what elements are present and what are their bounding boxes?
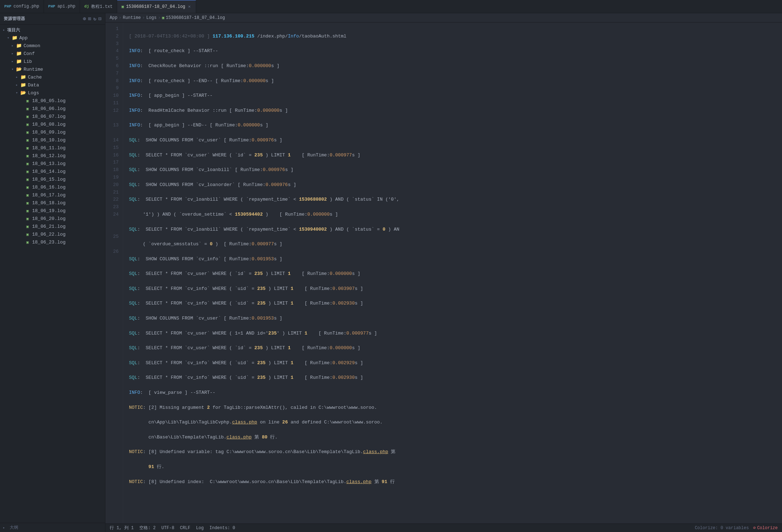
colorize-button[interactable]: Colorize: [753, 525, 778, 531]
code-line-12: SQL: SELECT * FROM `cv_loanbill` WHERE (…: [129, 196, 782, 204]
code-line-5: INFO: [ app_begin ] --START--: [129, 92, 782, 100]
tab-config[interactable]: PHP config.php: [0, 0, 44, 13]
sidebar-header: 资源管理器 ⊕ ⊞ ↻ ⊟: [0, 13, 105, 25]
new-file-icon[interactable]: ⊕: [83, 16, 86, 22]
sidebar-item-conf[interactable]: 📁 Conf: [0, 50, 105, 57]
code-line-13b: ( `overdue_smsstatus` = 0 ) [ RunTime:0.…: [129, 241, 782, 248]
breadcrumb: App › Runtime › Logs › ▣ 1530686187-18_0…: [105, 13, 782, 22]
logs-label: Logs: [28, 90, 102, 96]
log-file-icon-2: ▣: [24, 106, 31, 111]
outline-arrow: [3, 526, 7, 530]
tab-log-label: 1530686187-18_07_04.log: [126, 4, 185, 9]
sidebar-item-log-18_06_12[interactable]: ▣ 18_06_12.log: [0, 152, 105, 160]
sidebar-item-log-18_06_07[interactable]: ▣ 18_06_07.log: [0, 112, 105, 120]
sidebar-item-log-18_06_22[interactable]: ▣ 18_06_22.log: [0, 230, 105, 238]
code-line-8: SQL: SHOW COLUMNS FROM `cv_user` [ RunTi…: [129, 137, 782, 144]
conf-arrow: [11, 51, 16, 56]
collapse-all-icon[interactable]: ⊟: [99, 16, 101, 22]
php-icon: PHP: [4, 4, 11, 9]
data-folder-icon: 📁: [20, 82, 26, 88]
sidebar: 资源管理器 ⊕ ⊞ ↻ ⊟ 项目六 📁 App: [0, 13, 105, 532]
sidebar-item-log-18_06_19[interactable]: ▣ 18_06_19.log: [0, 207, 105, 215]
code-line-3: INFO: CheckRoute Behavior ::run [ RunTim…: [129, 62, 782, 70]
refresh-icon[interactable]: ↻: [93, 16, 96, 22]
lib-label: Lib: [24, 59, 102, 64]
sidebar-item-log-18_06_10[interactable]: ▣ 18_06_10.log: [0, 136, 105, 144]
tab-close-button[interactable]: ✕: [188, 4, 191, 9]
main-area: 资源管理器 ⊕ ⊞ ↻ ⊟ 项目六 📁 App: [0, 13, 782, 532]
status-indents: Indents: 0: [209, 526, 235, 531]
new-folder-icon[interactable]: ⊞: [88, 16, 91, 22]
sidebar-item-log-18_06_15[interactable]: ▣ 18_06_15.log: [0, 175, 105, 183]
code-line-9: SQL: SELECT * FROM `cv_user` WHERE ( `id…: [129, 152, 782, 159]
sidebar-item-log-18_06_16[interactable]: ▣ 18_06_16.log: [0, 183, 105, 191]
code-line-1: [ 2018-07-04T13:06:42+08:00 ] 117.136.10…: [129, 33, 782, 40]
app-label: App: [19, 35, 102, 41]
cache-arrow: [16, 75, 20, 79]
php-icon-2: PHP: [48, 4, 55, 9]
breadcrumb-runtime: Runtime: [123, 15, 141, 20]
status-right: Colorize: 0 variables Colorize: [695, 525, 778, 531]
sidebar-item-common[interactable]: 📁 Common: [0, 42, 105, 50]
code-line-24c: cn\Base\Lib\Template\TagLib.class.php 第 …: [129, 434, 782, 441]
sidebar-item-log-18_06_09[interactable]: ▣ 18_06_09.log: [0, 128, 105, 136]
sidebar-item-log-18_06_05[interactable]: ▣ 18_06_05.log: [0, 97, 105, 105]
code-line-12b: '1') ) AND ( `overdue_settime` < 1530594…: [129, 211, 782, 219]
tab-config-label: config.php: [14, 4, 39, 9]
tab-log[interactable]: ▣ 1530686187-18_07_04.log ✕: [117, 0, 196, 13]
conf-label: Conf: [24, 51, 102, 56]
sidebar-item-runtime[interactable]: 📂 Runtime: [0, 65, 105, 73]
code-line-16: SQL: SELECT * FROM `cv_info` WHERE ( `ui…: [129, 285, 782, 293]
sidebar-project-root[interactable]: 项目六: [0, 26, 105, 34]
tab-bar: PHP config.php PHP api.php dj 教程1.txt ▣ …: [0, 0, 782, 13]
code-line-13: SQL: SELECT * FROM `cv_loanbill` WHERE (…: [129, 226, 782, 234]
sidebar-header-icons: ⊕ ⊞ ↻ ⊟: [83, 16, 101, 22]
sidebar-item-log-18_06_08[interactable]: ▣ 18_06_08.log: [0, 120, 105, 128]
status-line-endings: CRLF: [180, 526, 190, 531]
sidebar-item-log-18_06_21[interactable]: ▣ 18_06_21.log: [0, 222, 105, 230]
sidebar-item-log-18_06_17[interactable]: ▣ 18_06_17.log: [0, 191, 105, 199]
code-line-26: NOTIC: [8] Undefined index: C:\wwwroot\w…: [129, 478, 782, 486]
code-line-25b: 91 行.: [129, 463, 782, 471]
cache-folder-icon: 📁: [20, 74, 26, 80]
sidebar-item-lib[interactable]: 📁 Lib: [0, 57, 105, 65]
log-file-icon: ▣: [24, 99, 31, 103]
tab-jiaocheng[interactable]: dj 教程1.txt: [80, 0, 117, 13]
status-left: 行 1, 列 1 空格: 2 UTF-8 CRLF Log Indents: 0: [110, 525, 235, 531]
log-icon: ▣: [121, 4, 124, 9]
common-arrow: [11, 44, 16, 48]
editor-area: App › Runtime › Logs › ▣ 1530686187-18_0…: [105, 13, 782, 532]
sidebar-item-log-18_06_18[interactable]: ▣ 18_06_18.log: [0, 199, 105, 207]
runtime-folder-icon: 📂: [16, 66, 22, 72]
project-label: 项目六: [7, 27, 20, 33]
sidebar-item-data[interactable]: 📁 Data: [0, 81, 105, 89]
sidebar-outline-footer[interactable]: 大纲: [0, 523, 105, 532]
runtime-label: Runtime: [24, 67, 102, 72]
sidebar-item-app[interactable]: 📁 App: [0, 34, 105, 42]
code-line-20: SQL: SELECT * FROM `cv_user` WHERE ( `id…: [129, 345, 782, 352]
sidebar-item-cache[interactable]: 📁 Cache: [0, 73, 105, 81]
code-line-23: INFO: [ view_parse ] --START--: [129, 389, 782, 397]
logs-folder-icon: 📂: [20, 90, 26, 96]
cache-label: Cache: [28, 75, 102, 80]
status-encoding: UTF-8: [161, 526, 174, 531]
sidebar-item-logs[interactable]: 📂 Logs: [0, 89, 105, 97]
data-label: Data: [28, 82, 102, 88]
code-line-11: SQL: SHOW COLUMNS FROM `cv_loanorder` [ …: [129, 181, 782, 189]
sidebar-item-log-18_06_23[interactable]: ▣ 18_06_23.log: [0, 238, 105, 246]
app-arrow: [7, 36, 11, 40]
runtime-arrow: [11, 67, 16, 71]
tab-jiaocheng-label: 教程1.txt: [91, 4, 113, 10]
sidebar-item-log-18_06_20[interactable]: ▣ 18_06_20.log: [0, 215, 105, 222]
sidebar-item-log-18_06_13[interactable]: ▣ 18_06_13.log: [0, 160, 105, 167]
tab-api[interactable]: PHP api.php: [44, 0, 80, 13]
status-position: 行 1, 列 1: [110, 525, 134, 531]
code-editor[interactable]: 1 2 3 4 5 6 7 8 9 10 11 12 13 14 15 16 1…: [105, 22, 782, 523]
lib-arrow: [11, 59, 16, 64]
code-content: [ 2018-07-04T13:06:42+08:00 ] 117.136.10…: [123, 22, 782, 523]
sidebar-item-log-18_06_14[interactable]: ▣ 18_06_14.log: [0, 167, 105, 175]
log-file-label: 18_06_05.log: [32, 98, 102, 104]
code-line-18: SQL: SHOW COLUMNS FROM `cv_user` [ RunTi…: [129, 315, 782, 322]
sidebar-item-log-18_06_06[interactable]: ▣ 18_06_06.log: [0, 105, 105, 112]
sidebar-item-log-18_06_11[interactable]: ▣ 18_06_11.log: [0, 144, 105, 152]
